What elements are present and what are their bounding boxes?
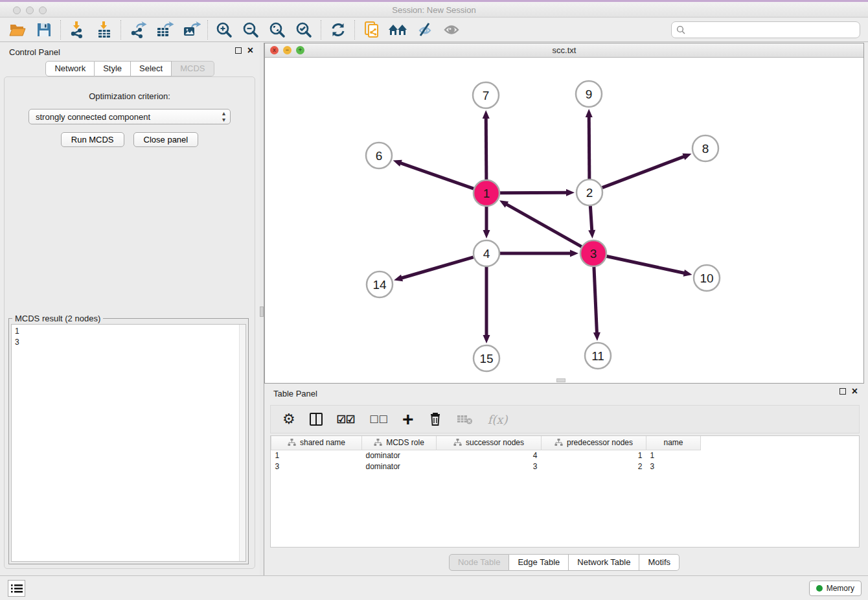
graph-node[interactable]: 4 [474, 240, 499, 266]
memory-status-icon [816, 585, 823, 592]
graph-edge[interactable] [607, 256, 692, 276]
title-bar: Session: New Session [0, 0, 868, 17]
split-panel-icon[interactable] [310, 410, 323, 429]
graph-edge[interactable] [483, 110, 490, 179]
panel-splitter[interactable] [260, 43, 264, 575]
graph-edge[interactable] [500, 250, 578, 257]
node-table[interactable]: shared nameMCDS rolesuccessor nodesprede… [270, 435, 860, 548]
hide-selected-icon[interactable] [411, 19, 438, 41]
close-table-panel-icon[interactable]: × [852, 387, 858, 395]
first-neighbors-icon[interactable] [385, 19, 411, 41]
splitter-handle[interactable] [260, 306, 264, 317]
delete-column-icon[interactable] [428, 410, 442, 429]
tab-select[interactable]: Select [131, 61, 172, 76]
graph-node[interactable]: 14 [367, 271, 393, 297]
mcds-result-text[interactable]: 1 3 [11, 324, 246, 562]
graph-edge[interactable] [588, 206, 595, 238]
window-title: Session: New Session [0, 5, 868, 15]
graph-node[interactable]: 1 [474, 180, 499, 206]
graph-node[interactable]: 3 [580, 240, 606, 266]
zoom-in-icon[interactable] [211, 19, 238, 41]
svg-text:11: 11 [591, 349, 604, 363]
column-header[interactable]: predecessor nodes [542, 436, 646, 450]
graph-node[interactable]: 15 [474, 345, 499, 371]
graph-node[interactable]: 9 [576, 81, 602, 107]
float-panel-icon[interactable] [235, 47, 242, 54]
control-panel-tabs: Network Style Select MCDS [0, 61, 260, 76]
canvas-resize-handle[interactable] [556, 378, 565, 382]
close-panel-icon[interactable]: × [247, 47, 253, 54]
memory-button[interactable]: Memory [809, 581, 862, 596]
save-session-icon[interactable] [30, 19, 57, 41]
add-column-icon[interactable]: + [402, 410, 414, 429]
table-row[interactable]: 3dominator323 [271, 461, 701, 472]
graph-edge[interactable] [483, 267, 490, 343]
tab-style[interactable]: Style [95, 61, 131, 76]
network-graph[interactable]: 7968124314101511 [265, 58, 863, 382]
control-panel: Control Panel × Network Style Select MCD… [0, 43, 260, 575]
tab-network[interactable]: Network [45, 61, 95, 76]
graph-edge[interactable] [586, 109, 593, 179]
svg-text:14: 14 [372, 278, 387, 292]
search-input[interactable] [686, 23, 860, 36]
clone-network-icon[interactable] [358, 19, 385, 41]
graph-edge[interactable] [500, 189, 575, 196]
export-image-icon[interactable] [177, 19, 204, 41]
network-window-titlebar[interactable]: x − + scc.txt [265, 43, 863, 58]
search-field[interactable] [671, 21, 860, 38]
tab-network-table[interactable]: Network Table [569, 554, 639, 571]
graph-node[interactable]: 11 [585, 343, 611, 369]
network-minimize-button[interactable]: − [283, 46, 291, 54]
tab-motifs[interactable]: Motifs [639, 554, 680, 571]
graph-edge[interactable] [593, 267, 600, 341]
column-header[interactable]: name [646, 436, 701, 450]
graph-node[interactable]: 8 [692, 135, 718, 161]
graph-node[interactable]: 10 [694, 265, 720, 291]
column-header[interactable]: MCDS role [362, 436, 437, 450]
graph-edge[interactable] [394, 257, 474, 281]
graph-edge[interactable] [393, 160, 474, 189]
graph-node[interactable]: 7 [473, 82, 499, 108]
tab-node-table[interactable]: Node Table [449, 554, 510, 571]
graph-edge[interactable] [602, 154, 692, 188]
network-maximize-button[interactable]: + [296, 46, 304, 54]
table-toolbar: ⚙ ☑☑ ☐☐ + f(x) [270, 405, 860, 433]
mcds-result-title: MCDS result (2 nodes) [12, 314, 103, 323]
graph-edge[interactable] [483, 207, 490, 238]
refresh-icon[interactable] [325, 19, 351, 41]
svg-text:8: 8 [702, 142, 709, 156]
zoom-out-icon[interactable] [238, 19, 264, 41]
graph-edge[interactable] [499, 200, 582, 246]
run-mcds-button[interactable]: Run MCDS [61, 132, 124, 147]
select-all-rows-icon[interactable]: ☑☑ [337, 410, 356, 429]
export-table-icon[interactable] [151, 19, 177, 41]
result-scrollbar[interactable] [239, 325, 246, 561]
toolbar-separator [120, 20, 121, 40]
settings-icon[interactable]: ⚙ [282, 410, 295, 429]
zoom-fit-icon[interactable] [264, 19, 291, 41]
open-file-icon[interactable] [4, 19, 30, 41]
column-header[interactable]: shared name [271, 436, 362, 450]
graph-node[interactable]: 6 [366, 143, 392, 168]
task-history-button[interactable] [8, 580, 25, 597]
graph-node[interactable]: 2 [577, 179, 602, 205]
table-row[interactable]: 1dominator411 [271, 450, 701, 461]
import-table-icon[interactable] [91, 19, 117, 41]
network-canvas[interactable]: 7968124314101511 [265, 58, 863, 382]
tab-mcds[interactable]: MCDS [172, 61, 214, 76]
show-all-icon[interactable] [438, 19, 464, 41]
svg-text:1: 1 [483, 187, 490, 200]
toolbar-separator [207, 20, 208, 40]
zoom-selected-icon[interactable] [291, 19, 317, 41]
export-network-icon[interactable] [124, 19, 151, 41]
deselect-all-rows-icon[interactable]: ☐☐ [369, 410, 388, 429]
float-table-panel-icon[interactable] [839, 388, 846, 395]
criterion-select[interactable]: strongly connected component ▴▾ [29, 109, 231, 124]
table-panel-title: Table Panel [273, 389, 317, 398]
import-network-icon[interactable] [64, 19, 91, 41]
memory-label: Memory [827, 584, 854, 593]
column-header[interactable]: successor nodes [437, 436, 542, 450]
close-panel-button[interactable]: Close panel [133, 132, 199, 147]
network-close-button[interactable]: x [270, 46, 279, 54]
tab-edge-table[interactable]: Edge Table [509, 554, 569, 571]
